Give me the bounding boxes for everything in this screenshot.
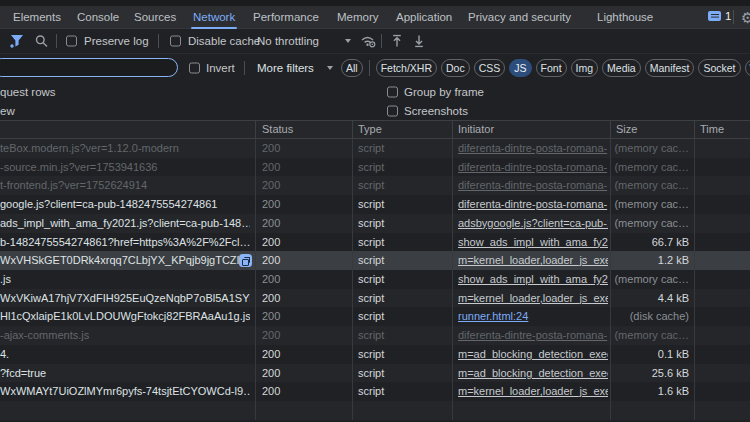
- column-header-time[interactable]: Time: [700, 121, 724, 138]
- network-conditions-icon[interactable]: [360, 34, 376, 48]
- throttling-select[interactable]: No throttling: [257, 35, 319, 47]
- filter-input[interactable]: [0, 58, 178, 77]
- initiator-link[interactable]: diferenta-dintre-posta-romana-: [458, 198, 607, 210]
- divider: [733, 10, 734, 24]
- copy-icon[interactable]: [239, 254, 252, 267]
- disable-cache-checkbox[interactable]: [170, 36, 181, 47]
- type-cell: script: [358, 139, 448, 158]
- divider: [158, 34, 159, 48]
- table-row[interactable]: b-1482475554274861?href=https%3A%2F%2Fcl…: [0, 233, 750, 252]
- column-header-initiator[interactable]: Initiator: [458, 121, 494, 138]
- table-row[interactable]: google.js?client=ca-pub-1482475554274861…: [0, 195, 750, 214]
- preserve-log-checkbox[interactable]: [66, 36, 77, 47]
- tab-elements[interactable]: Elements: [13, 6, 61, 29]
- chevron-down-icon[interactable]: [327, 66, 333, 70]
- filter-chip-all[interactable]: All: [341, 59, 363, 77]
- more-filters-button[interactable]: More filters: [257, 62, 314, 74]
- status-cell: 200: [262, 364, 347, 383]
- table-row[interactable]: WxWMAYt7UiOZlMYmr6pyfs-74tsjtEtCYOWCd-l9…: [0, 382, 750, 401]
- table-row[interactable]: -ajax-comments.js200scriptdiferenta-dint…: [0, 326, 750, 345]
- filter-chip-doc[interactable]: Doc: [441, 59, 470, 77]
- initiator-link[interactable]: show_ads_impl_with_ama_fy20: [458, 236, 608, 248]
- tab-console[interactable]: Console: [77, 6, 119, 29]
- tab-network[interactable]: Network: [193, 6, 235, 29]
- invert-checkbox[interactable]: [189, 63, 200, 74]
- status-cell: 200: [262, 139, 347, 158]
- filter-chip-font[interactable]: Font: [536, 59, 567, 77]
- settings-gear-icon[interactable]: ⚙: [741, 6, 750, 29]
- status-cell: 200: [262, 233, 347, 252]
- issues-icon: [708, 11, 721, 21]
- filter-chip-css[interactable]: CSS: [474, 59, 506, 77]
- status-cell: 200: [262, 176, 347, 195]
- filter-icon[interactable]: [10, 34, 24, 48]
- table-row[interactable]: WxVHSkGET0DRk4xrqq7CLbjYX_KPqjb9jgTCZIr4…: [0, 251, 750, 270]
- search-icon[interactable]: [35, 35, 48, 48]
- filter-chip-img[interactable]: Img: [571, 59, 599, 77]
- request-name-cell: b-1482475554274861?href=https%3A%2F%2Fcl…: [0, 233, 250, 252]
- table-row[interactable]: t-frontend.js?ver=1752624914200scriptdif…: [0, 176, 750, 195]
- initiator-link[interactable]: m=kernel_loader,loader_js_exec: [458, 292, 608, 304]
- table-row[interactable]: .js200scriptshow_ads_impl_with_ama_fy20(…: [0, 270, 750, 289]
- column-header-type[interactable]: Type: [358, 121, 382, 138]
- tab-privacy-and-security[interactable]: Privacy and security: [468, 6, 571, 29]
- size-cell: 25.6 kB: [612, 364, 689, 383]
- request-name-cell: WxWMAYt7UiOZlMYmr6pyfs-74tsjtEtCYOWCd-l9…: [0, 382, 250, 401]
- table-row[interactable]: Hl1cQxlaipE1k0LvLDOUWgFtokcj82FBRAaAu1g.…: [0, 307, 750, 326]
- initiator-link[interactable]: diferenta-dintre-posta-romana-: [458, 179, 607, 191]
- import-har-icon[interactable]: [391, 35, 403, 48]
- initiator-link[interactable]: diferenta-dintre-posta-romana-: [458, 142, 607, 154]
- type-cell: script: [358, 364, 448, 383]
- initiator-link[interactable]: show_ads_impl_with_ama_fy20: [458, 273, 608, 285]
- initiator-link[interactable]: m=kernel_loader,loader_js_exec: [458, 254, 608, 266]
- tab-application[interactable]: Application: [396, 6, 452, 29]
- initiator-link[interactable]: m=kernel_loader,loader_js_exec: [458, 385, 608, 397]
- request-name-cell: ads_impl_with_ama_fy2021.js?client=ca-pu…: [0, 214, 250, 233]
- screenshots-label: Screenshots: [404, 105, 468, 117]
- size-cell: 1.6 kB: [612, 382, 689, 401]
- initiator-cell: diferenta-dintre-posta-romana-: [458, 326, 608, 345]
- initiator-link[interactable]: adsbygoogle.js?client=ca-pub-1: [458, 217, 608, 229]
- table-row[interactable]: -source.min.js?ver=1753941636200scriptdi…: [0, 158, 750, 177]
- initiator-cell: show_ads_impl_with_ama_fy20: [458, 270, 608, 289]
- table-row[interactable]: teBox.modern.js?ver=1.12.0-modern200scri…: [0, 139, 750, 158]
- tab-sources[interactable]: Sources: [134, 6, 176, 29]
- filter-chip-socket[interactable]: Socket: [698, 59, 740, 77]
- size-cell: (memory cac…: [612, 270, 689, 289]
- size-cell: (memory cac…: [612, 214, 689, 233]
- filter-chip-manifest[interactable]: Manifest: [645, 59, 695, 77]
- table-row[interactable]: ads_impl_with_ama_fy2021.js?client=ca-pu…: [0, 214, 750, 233]
- tab-memory[interactable]: Memory: [337, 6, 379, 29]
- filter-chip-fetch-xhr[interactable]: Fetch/XHR: [376, 59, 437, 77]
- filter-chip-js[interactable]: JS: [509, 59, 531, 77]
- initiator-link[interactable]: m=ad_blocking_detection_exec: [458, 348, 608, 360]
- initiator-cell: m=ad_blocking_detection_exec: [458, 364, 608, 383]
- tab-performance[interactable]: Performance: [253, 6, 319, 29]
- type-cell: script: [358, 326, 448, 345]
- initiator-link[interactable]: m=ad_blocking_detection_exec: [458, 367, 608, 379]
- request-name-cell: google.js?client=ca-pub-1482475554274861: [0, 195, 250, 214]
- filter-chip-wasm[interactable]: Wasm: [745, 59, 750, 77]
- request-name-cell: 4.: [0, 345, 250, 364]
- table-row[interactable]: 4.200scriptm=ad_blocking_detection_exec0…: [0, 345, 750, 364]
- initiator-link[interactable]: diferenta-dintre-posta-romana-: [458, 161, 607, 173]
- group-by-frame-label: Group by frame: [404, 86, 484, 98]
- tab-lighthouse[interactable]: Lighthouse: [597, 6, 653, 29]
- size-cell: (memory cac…: [612, 139, 689, 158]
- screenshots-checkbox[interactable]: [387, 105, 398, 116]
- issues-counter[interactable]: 1: [708, 10, 731, 24]
- filter-chip-media[interactable]: Media: [602, 59, 641, 77]
- initiator-link[interactable]: diferenta-dintre-posta-romana-: [458, 329, 607, 341]
- status-cell: 200: [262, 195, 347, 214]
- export-har-icon[interactable]: [413, 35, 425, 48]
- table-row[interactable]: WxVKiwA17hjV7XdFIH925EuQzeNqbP7oBl5A1SYb…: [0, 289, 750, 308]
- group-by-frame-checkbox[interactable]: [387, 86, 398, 97]
- initiator-link[interactable]: runner.html:24: [458, 310, 528, 322]
- column-header-size[interactable]: Size: [616, 121, 637, 138]
- chevron-down-icon[interactable]: [345, 39, 351, 43]
- column-header-status[interactable]: Status: [262, 121, 293, 138]
- initiator-cell: m=ad_blocking_detection_exec: [458, 345, 608, 364]
- request-name-cell: -source.min.js?ver=1753941636: [0, 158, 250, 177]
- initiator-cell: adsbygoogle.js?client=ca-pub-1: [458, 214, 608, 233]
- table-row[interactable]: ?fcd=true200scriptm=ad_blocking_detectio…: [0, 364, 750, 383]
